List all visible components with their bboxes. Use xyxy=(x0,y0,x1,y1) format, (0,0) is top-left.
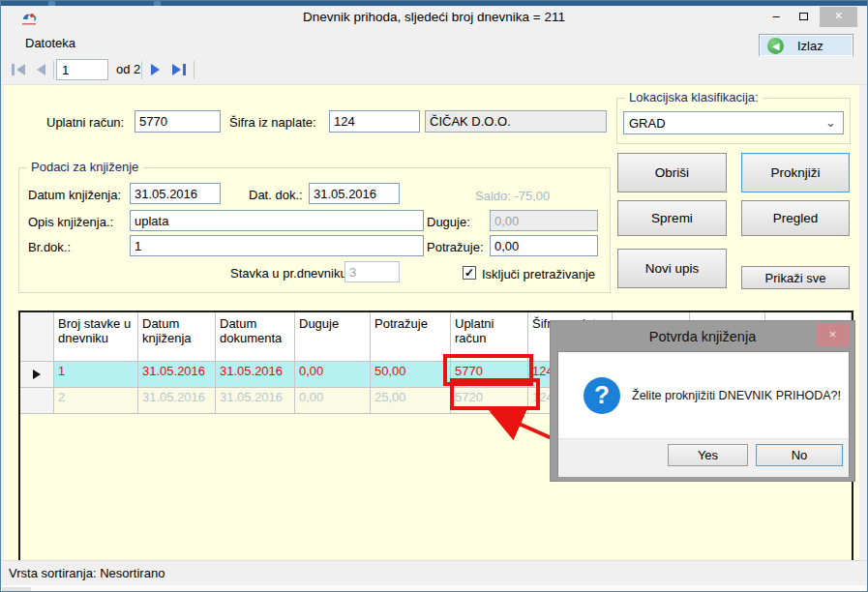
iskljuci-checkbox-label: Isključi pretraživanje xyxy=(482,267,595,281)
exit-button[interactable]: ◀ Izlaz xyxy=(759,34,853,57)
cell-duguje[interactable]: 0,00 xyxy=(295,362,371,388)
sifra-iz-naplate-label: Šifra iz naplate: xyxy=(229,115,316,130)
record-count-label: od 2 xyxy=(116,62,140,76)
current-row-arrow-icon xyxy=(33,370,41,379)
dialog-close-button[interactable]: × xyxy=(817,323,849,346)
row-selector-cell[interactable] xyxy=(20,388,54,414)
stavka-readonly-field xyxy=(344,261,400,282)
cell-broj-stavke[interactable]: 1 xyxy=(54,362,138,388)
menu-item-datoteka[interactable]: Datoteka xyxy=(17,34,83,52)
minimize-button[interactable]: – xyxy=(763,7,789,27)
column-header-potrazuje[interactable]: Potražuje xyxy=(371,312,451,362)
taskbar-fragment xyxy=(2,587,31,592)
naziv-readonly-field xyxy=(425,110,607,133)
dialog-button-area: Yes No xyxy=(558,438,849,477)
maximize-icon xyxy=(799,13,808,20)
exit-button-label: Izlaz xyxy=(797,39,823,53)
back-arrow-icon: ◀ xyxy=(767,38,784,54)
column-header-datum-knjizenja[interactable]: Datum knjiženja xyxy=(138,312,216,362)
toolbar-separator xyxy=(53,61,54,79)
table-header-selector xyxy=(20,312,54,362)
column-header-datum-dokumenta[interactable]: Datum dokumenta xyxy=(216,312,295,362)
previous-record-icon[interactable] xyxy=(37,64,45,75)
sort-status-label: Vrsta sortiranja: Nesortirano xyxy=(9,566,165,580)
opis-input[interactable] xyxy=(130,210,424,231)
cell-datum-dokumenta[interactable]: 31.05.2016 xyxy=(216,388,295,414)
potrazuje-label: Potražuje: xyxy=(427,240,484,254)
last-record-icon xyxy=(183,64,186,75)
cell-datum-dokumenta[interactable]: 31.05.2016 xyxy=(216,362,295,388)
obrisi-button[interactable]: Obriši xyxy=(617,153,727,192)
br-dok-input[interactable] xyxy=(130,235,424,256)
cell-datum-knjizenja[interactable]: 31.05.2016 xyxy=(138,388,216,414)
record-navigation-toolbar: od 2 xyxy=(2,56,866,85)
pregled-button[interactable]: Pregled xyxy=(741,200,850,236)
lokacijska-selected-value: GRAD xyxy=(629,116,666,131)
maximize-button[interactable] xyxy=(791,7,816,27)
lokacijska-combobox[interactable]: GRAD ⌄ xyxy=(623,111,844,134)
menu-bar: Datoteka xyxy=(2,31,866,56)
sifra-iz-naplate-input[interactable] xyxy=(329,110,420,133)
potrazuje-input[interactable] xyxy=(490,235,598,256)
chevron-down-icon: ⌄ xyxy=(825,115,836,130)
cell-datum-knjizenja[interactable]: 31.05.2016 xyxy=(138,362,216,388)
spremi-button[interactable]: Spremi xyxy=(617,200,727,236)
datum-knjizenja-input[interactable] xyxy=(130,183,221,204)
toolbar-separator xyxy=(194,61,195,79)
dialog-body: ? Želite proknjižiti DNEVNIK PRIHODA?! Y… xyxy=(557,351,850,476)
status-bar: Vrsta sortiranja: Nesortirano xyxy=(2,560,866,585)
podaci-group-label: Podaci za knjiženje xyxy=(27,160,142,174)
toolbar-separator xyxy=(141,61,142,79)
no-button[interactable]: No xyxy=(756,444,843,466)
opis-label: Opis knjiženja.: xyxy=(28,215,113,229)
saldo-label: Saldo: -75,00 xyxy=(475,189,550,203)
uplatni-racun-label: Uplatni račun: xyxy=(46,115,124,130)
dialog-title: Potvrda knjiženja xyxy=(551,329,854,344)
lokacijska-group-label: Lokacijska klasifikacija: xyxy=(625,90,763,104)
next-record-icon[interactable] xyxy=(151,64,160,75)
duguje-label: Duguje: xyxy=(427,215,470,229)
column-header-broj-stavke[interactable]: Broj stavke u dnevniku xyxy=(54,312,138,362)
datum-knjizenja-label: Datum knjiženja: xyxy=(28,188,121,202)
br-dok-label: Br.dok.: xyxy=(28,240,71,254)
row-selector-cell[interactable] xyxy=(20,362,54,388)
iskljuci-checkbox[interactable]: ✓ xyxy=(463,266,476,280)
dat-dok-input[interactable] xyxy=(309,183,400,204)
stavka-label: Stavka u pr.dnevniku: xyxy=(230,266,350,281)
yes-button[interactable]: Yes xyxy=(668,444,748,466)
bottom-edge xyxy=(2,585,866,592)
cell-potrazuje[interactable]: 25,00 xyxy=(371,388,451,414)
cell-uplatni-racun[interactable]: 5770 xyxy=(451,362,528,388)
cell-uplatni-racun[interactable]: 5720 xyxy=(451,388,528,414)
cell-broj-stavke[interactable]: 2 xyxy=(54,388,138,414)
first-record-icon xyxy=(12,64,15,75)
prikazi-sve-button[interactable]: Prikaži sve xyxy=(741,266,850,289)
novi-upis-button[interactable]: Novi upis xyxy=(617,249,727,288)
close-button[interactable]: × xyxy=(820,7,857,27)
dat-dok-label: Dat. dok.: xyxy=(249,188,303,202)
title-bar: Dnevnik prihoda, sljedeći broj dnevnika … xyxy=(1,6,867,31)
last-record-icon xyxy=(172,64,181,75)
proknjizi-button[interactable]: Proknjiži xyxy=(741,153,850,192)
duguje-readonly-field xyxy=(490,210,598,231)
window-title: Dnevnik prihoda, sljedeći broj dnevnika … xyxy=(1,10,867,24)
app-window: Dnevnik prihoda, sljedeći broj dnevnika … xyxy=(0,0,868,592)
record-number-input[interactable] xyxy=(56,59,108,80)
column-header-uplatni-racun[interactable]: Uplatni račun xyxy=(451,312,528,362)
dialog-message: Želite proknjižiti DNEVNIK PRIHODA?! xyxy=(632,389,841,402)
dialog-message-area: ? Želite proknjižiti DNEVNIK PRIHODA?! xyxy=(558,352,849,438)
cell-duguje[interactable]: 0,00 xyxy=(295,388,371,414)
column-header-duguje[interactable]: Duguje xyxy=(295,312,371,362)
confirmation-dialog: Potvrda knjiženja × ? Želite proknjižiti… xyxy=(550,320,855,482)
cell-potrazuje[interactable]: 50,00 xyxy=(371,362,451,388)
question-icon: ? xyxy=(584,377,620,414)
uplatni-racun-input[interactable] xyxy=(135,110,221,133)
first-record-icon xyxy=(16,64,25,75)
